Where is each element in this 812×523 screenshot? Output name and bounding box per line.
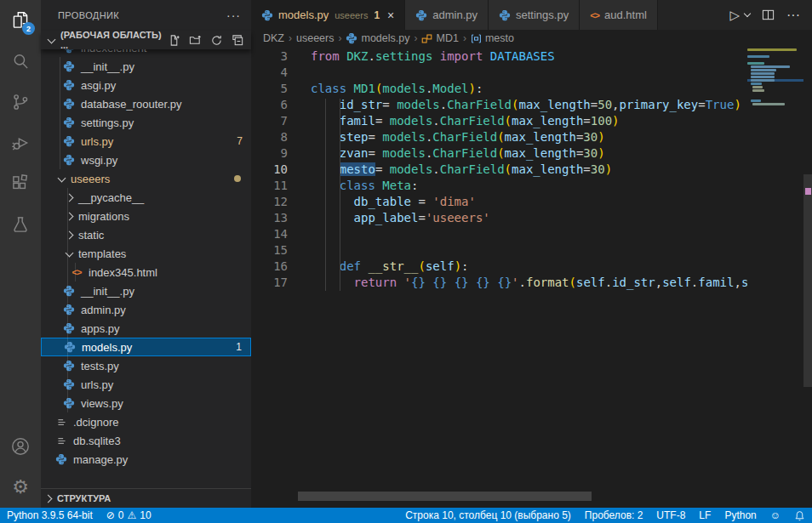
tree-item-label: useeers (71, 173, 110, 185)
tab-label: settings.py (516, 9, 569, 21)
close-icon[interactable]: × (387, 9, 394, 21)
feedback-smiley-icon[interactable]: ☺ (770, 510, 781, 520)
breadcrumb-item-models-py[interactable]: models.py (346, 32, 409, 44)
breadcrumb-item-md1[interactable]: MD1 (421, 32, 458, 44)
breadcrumb-item-mesto[interactable]: mesto (471, 32, 514, 44)
tree-item-manage-py[interactable]: manage.py (41, 450, 251, 469)
tab-settings-py[interactable]: settings.py (489, 0, 580, 30)
python-file-icon (62, 78, 76, 92)
tree-item-indexelement[interactable]: indexelement (41, 49, 251, 57)
tree-item-urls-py[interactable]: urls.py7 (41, 132, 251, 151)
breadcrumb-item-useeers[interactable]: useeers (296, 32, 334, 44)
tree-item--init-py[interactable]: __init__.py (41, 57, 251, 76)
run-debug-icon[interactable] (0, 122, 41, 163)
tree-item-db-sqlite3[interactable]: db.sqlite3 (41, 431, 251, 450)
outline-label: СТРУКТУРА (57, 493, 111, 503)
tree-item-label: manage.py (73, 453, 128, 466)
python-icon (346, 32, 357, 44)
tab-models-py[interactable]: models.pyuseeers1× (251, 0, 405, 30)
code-line-4: 4 (251, 65, 747, 81)
collapse-all-icon[interactable] (232, 34, 244, 47)
run-python-file-button[interactable]: ▷ (729, 8, 740, 23)
tree-item-index345-html[interactable]: <>index345.html (41, 263, 251, 281)
tree-item-useeers[interactable]: useeers (41, 169, 251, 188)
split-editor-icon[interactable] (762, 9, 775, 21)
tree-item-apps-py[interactable]: apps.py (41, 319, 251, 338)
tree-item-label: apps.py (81, 322, 120, 335)
settings-gear-icon[interactable]: ⚙ (0, 467, 41, 508)
tree-item-wsgi-py[interactable]: wsgi.py (41, 151, 251, 169)
tree-item-views-py[interactable]: views.py (41, 394, 251, 412)
cursor-position-status[interactable]: Строка 10, столбец 10 (выбрано 5) (405, 509, 571, 521)
new-file-icon[interactable] (168, 34, 180, 47)
python-file-icon (62, 97, 76, 111)
tree-item--init-py[interactable]: __init__.py (41, 281, 251, 300)
testing-icon[interactable] (0, 204, 41, 245)
tree-item-label: tests.py (81, 360, 119, 372)
search-icon[interactable] (0, 41, 41, 82)
python-file-icon (415, 9, 427, 21)
indentation-status[interactable]: Пробелов: 2 (585, 509, 643, 521)
modified-dot-badge (234, 175, 241, 182)
python-interpreter-status[interactable]: Python 3.9.5 64-bit (7, 509, 93, 521)
vscode-window: 2 ⚙ ПРОВОДНИК ··· (РАБОЧАЯ ОБЛАСТЬ (0, 0, 812, 523)
breadcrumb-separator: › (289, 32, 292, 44)
explorer-title: ПРОВОДНИК (58, 10, 119, 20)
extensions-icon[interactable] (0, 163, 41, 204)
eol-status[interactable]: LF (699, 509, 711, 521)
tree-item-label: static (78, 229, 104, 242)
tree-item-static[interactable]: static (41, 225, 251, 244)
python-file-icon (62, 153, 76, 167)
language-mode-status[interactable]: Python (724, 509, 756, 521)
new-folder-icon[interactable] (189, 34, 202, 47)
tree-item-label: models.py (82, 341, 132, 354)
horizontal-scrollbar[interactable] (298, 492, 592, 501)
tab-aud-html[interactable]: <>aud.html (580, 0, 658, 30)
tree-item-models-py[interactable]: models.py1 (41, 338, 251, 356)
more-actions-icon[interactable]: ··· (786, 8, 800, 23)
explorer-more-icon[interactable]: ··· (226, 9, 241, 22)
breadcrumb-separator: › (338, 32, 341, 44)
tree-item-database-roouter-py[interactable]: database_roouter.py (41, 94, 251, 113)
list-file-icon (54, 415, 68, 429)
tree-item-migrations[interactable]: migrations (41, 207, 251, 225)
run-dropdown-icon[interactable] (744, 10, 751, 17)
encoding-status[interactable]: UTF-8 (656, 509, 685, 521)
tree-item-label: db.sqlite3 (73, 435, 121, 447)
account-icon[interactable] (0, 426, 41, 467)
explorer-icon[interactable]: 2 (0, 0, 41, 41)
tab-admin-py[interactable]: admin.py (405, 0, 489, 30)
class-icon (421, 33, 432, 44)
tree-item-admin-py[interactable]: admin.py (41, 300, 251, 319)
source-control-icon[interactable] (0, 82, 41, 122)
workspace-section-header[interactable]: (РАБОЧАЯ ОБЛАСТЬ) ... (41, 31, 251, 49)
refresh-icon[interactable] (210, 34, 223, 47)
code-editor[interactable]: 3from DKZ.settings import DATABASES45cla… (251, 47, 812, 508)
minimap[interactable] (747, 48, 803, 106)
tree-item-label: templates (78, 247, 126, 260)
warnings-icon: ⚠ (127, 510, 136, 520)
tree-item-settings-py[interactable]: settings.py (41, 113, 251, 132)
tab-label: admin.py (432, 9, 477, 21)
tree-item-tests-py[interactable]: tests.py (41, 356, 251, 375)
tree-item-asgi-py[interactable]: asgi.py (41, 76, 251, 94)
tab-description: useeers (335, 10, 368, 20)
python-file-icon (62, 359, 76, 372)
breadcrumb-item-dkz[interactable]: DKZ (263, 32, 284, 44)
twisty-icon (58, 173, 66, 182)
problems-badge: 7 (237, 135, 243, 147)
tree-item-label: asgi.py (81, 79, 116, 92)
vertical-scrollbar[interactable] (803, 47, 812, 508)
tree-item-label: urls.py (81, 378, 113, 391)
tab-label: models.py (278, 9, 329, 21)
python-file-icon (62, 116, 76, 129)
tree-item--pycache-[interactable]: __pycache__ (41, 188, 251, 207)
tree-item-urls-py[interactable]: urls.py (41, 375, 251, 394)
tree-item-templates[interactable]: templates (41, 244, 251, 263)
tree-item--dcignore[interactable]: .dcignore (41, 412, 251, 431)
notifications-bell-icon[interactable] (794, 510, 805, 521)
problems-status[interactable]: ⊘ 0 ⚠ 10 (106, 509, 152, 521)
python-file-icon (499, 9, 511, 21)
tree-item-label: views.py (81, 397, 123, 410)
outline-section-header[interactable]: СТРУКТУРА (41, 488, 251, 508)
